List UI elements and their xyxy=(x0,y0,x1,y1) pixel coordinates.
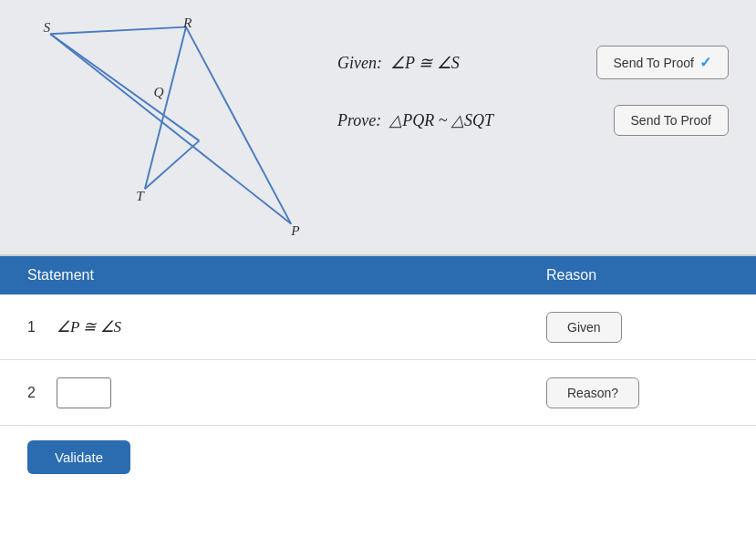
row-2-reason-label: Reason? xyxy=(567,386,618,400)
geometry-diagram: S R Q T P xyxy=(9,18,319,237)
prove-row: Prove: △PQR ~ △SQT Send To Proof xyxy=(337,105,729,136)
send-to-proof-prove-label: Send To Proof xyxy=(631,113,711,128)
row-2-statement-cell xyxy=(49,377,546,408)
svg-line-0 xyxy=(50,34,291,223)
row-1-reason-label: Given xyxy=(567,320,601,335)
diagram-svg: S R Q T P xyxy=(9,18,319,237)
label-P: P xyxy=(290,222,299,237)
svg-line-4 xyxy=(50,34,199,140)
table-row: 2 Reason? xyxy=(0,360,756,426)
row-1-reason-cell: Given xyxy=(546,312,729,343)
label-T: T xyxy=(136,188,145,203)
checkmark-icon: ✓ xyxy=(699,54,711,71)
send-to-proof-prove-button[interactable]: Send To Proof xyxy=(614,105,729,136)
row-2-reason-button[interactable]: Reason? xyxy=(546,377,639,408)
row-1-number: 1 xyxy=(27,319,49,336)
row-1-statement: ∠P ≅ ∠S xyxy=(49,317,546,336)
send-to-proof-given-label: Send To Proof xyxy=(614,56,694,70)
validate-button[interactable]: Validate xyxy=(27,440,130,474)
table-header: Statement Reason xyxy=(0,256,756,294)
table-row: 1 ∠P ≅ ∠S Given xyxy=(0,294,756,360)
svg-line-2 xyxy=(186,27,291,224)
prove-label: Prove: xyxy=(337,111,381,129)
given-row: Given: ∠P ≅ ∠S Send To Proof ✓ xyxy=(337,46,729,79)
given-expression: ∠P ≅ ∠S xyxy=(386,54,459,72)
svg-line-5 xyxy=(145,140,200,189)
label-Q: Q xyxy=(153,84,163,99)
send-to-proof-given-button[interactable]: Send To Proof ✓ xyxy=(596,46,729,79)
header-statement: Statement xyxy=(27,267,546,284)
row-2-reason-cell: Reason? xyxy=(546,377,729,408)
validate-btn-row: Validate xyxy=(0,426,756,489)
given-prove-area: Given: ∠P ≅ ∠S Send To Proof ✓ Prove: △P… xyxy=(319,18,729,136)
given-statement: Given: ∠P ≅ ∠S xyxy=(337,53,578,73)
row-2-statement-input[interactable] xyxy=(57,377,111,408)
given-label: Given: xyxy=(337,54,382,72)
label-S: S xyxy=(44,19,51,35)
validate-label: Validate xyxy=(55,449,103,465)
svg-line-3 xyxy=(145,27,186,190)
header-reason: Reason xyxy=(546,267,729,284)
prove-statement: Prove: △PQR ~ △SQT xyxy=(337,110,595,130)
row-2-number: 2 xyxy=(27,385,49,401)
svg-line-1 xyxy=(50,27,186,35)
prove-expression: △PQR ~ △SQT xyxy=(386,111,493,129)
row-1-reason-button[interactable]: Given xyxy=(546,312,622,343)
label-R: R xyxy=(182,18,192,30)
proof-table-section: Statement Reason 1 ∠P ≅ ∠S Given 2 Reaso… xyxy=(0,254,756,537)
top-section: S R Q T P Given: ∠P ≅ ∠S Send To Proof ✓… xyxy=(0,0,756,246)
